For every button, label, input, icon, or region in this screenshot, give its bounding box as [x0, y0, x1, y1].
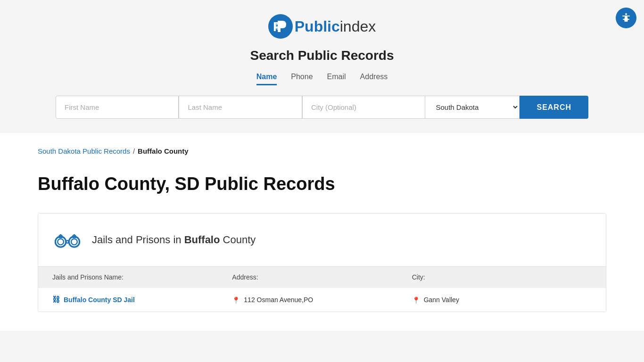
- city-pin-icon: 📍: [412, 296, 420, 304]
- tab-address[interactable]: Address: [360, 73, 388, 85]
- jail-small-icon: ⛓: [52, 296, 60, 304]
- col-header-name: Jails and Prisons Name:: [52, 273, 232, 281]
- logo-text: Publicindex: [295, 18, 376, 35]
- main-content: South Dakota Public Records / Buffalo Co…: [0, 133, 644, 331]
- svg-point-6: [71, 239, 77, 245]
- col-header-address: Address:: [232, 273, 412, 281]
- tab-phone[interactable]: Phone: [291, 73, 313, 85]
- logo-area: P Publicindex: [268, 14, 376, 39]
- logo-index: index: [340, 18, 376, 35]
- last-name-input[interactable]: [179, 96, 302, 119]
- logo-icon: P: [268, 14, 293, 39]
- section-heading: Jails and Prisons in Buffalo County: [92, 234, 256, 246]
- page-title: Search Public Records: [250, 48, 394, 63]
- breadcrumb: South Dakota Public Records / Buffalo Co…: [38, 142, 606, 155]
- breadcrumb-separator: /: [133, 147, 135, 155]
- state-select[interactable]: South Dakota Alabama Alaska Arizona Arka…: [425, 96, 520, 119]
- section-header: Jails and Prisons in Buffalo County: [38, 214, 606, 266]
- address-pin-icon: 📍: [232, 296, 240, 304]
- first-name-input[interactable]: [56, 96, 179, 119]
- jail-link[interactable]: ⛓ Buffalo County SD Jail: [52, 296, 232, 304]
- tab-name[interactable]: Name: [256, 73, 277, 85]
- svg-point-4: [58, 239, 64, 245]
- search-button[interactable]: SEARCH: [520, 96, 588, 119]
- tab-email[interactable]: Email: [327, 73, 346, 85]
- search-tabs: Name Phone Email Address: [256, 73, 388, 85]
- jail-name-cell: ⛓ Buffalo County SD Jail: [52, 296, 232, 304]
- breadcrumb-link[interactable]: South Dakota Public Records: [38, 147, 130, 155]
- jail-address-cell: 📍 112 Osman Avenue,PO: [232, 296, 412, 304]
- table-row: ⛓ Buffalo County SD Jail 📍 112 Osman Ave…: [38, 288, 606, 312]
- svg-point-0: [625, 13, 627, 15]
- county-title: Buffalo County, SD Public Records: [38, 169, 606, 194]
- col-header-city: City:: [412, 273, 592, 281]
- breadcrumb-current: Buffalo County: [138, 147, 188, 155]
- jail-city-cell: 📍 Gann Valley: [412, 296, 592, 304]
- logo-public: Public: [295, 18, 340, 35]
- jails-section-card: Jails and Prisons in Buffalo County Jail…: [38, 213, 606, 312]
- accessibility-icon: [620, 12, 632, 24]
- handcuffs-icon: [52, 225, 83, 255]
- table-header: Jails and Prisons Name: Address: City:: [38, 266, 606, 288]
- city-input[interactable]: [302, 96, 425, 119]
- search-bar: South Dakota Alabama Alaska Arizona Arka…: [56, 96, 588, 119]
- accessibility-button[interactable]: [616, 8, 636, 28]
- hero-section: P Publicindex Search Public Records Name…: [0, 0, 644, 133]
